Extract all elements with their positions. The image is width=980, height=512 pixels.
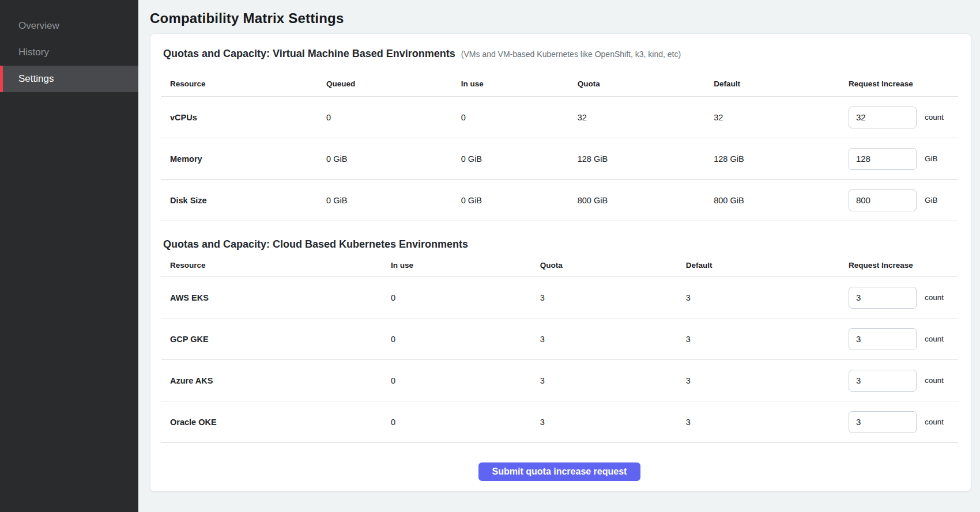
resource-cell: Azure AKS xyxy=(161,360,382,401)
quota-cell: 3 xyxy=(531,360,677,401)
column-header-in-use: In use xyxy=(382,251,531,277)
table-row-oracle-oke: Oracle OKE 0 3 3 count xyxy=(161,401,958,443)
unit-label: count xyxy=(925,335,944,343)
column-header-resource: Resource xyxy=(161,251,382,277)
request-increase-cell: GiB xyxy=(839,180,958,221)
resource-cell: vCPUs xyxy=(161,97,317,138)
table-row-gcp-gke: GCP GKE 0 3 3 count xyxy=(161,318,958,360)
resource-cell: Memory xyxy=(161,138,317,180)
table-row-vcpus: vCPUs 0 0 32 32 count xyxy=(161,97,958,138)
card-footer: Submit quota increase request xyxy=(161,462,958,481)
vm-quota-table: Resource Queued In use Quota Default Req… xyxy=(161,60,958,221)
column-header-request-increase: Request Increase xyxy=(839,60,958,97)
column-header-default: Default xyxy=(677,251,839,277)
request-increase-input-disk-size[interactable] xyxy=(849,189,917,211)
quota-cell: 3 xyxy=(531,401,677,443)
table-row-memory: Memory 0 GiB 0 GiB 128 GiB 128 GiB GiB xyxy=(161,138,958,180)
submit-quota-increase-button[interactable]: Submit quota increase request xyxy=(478,462,641,481)
request-increase-input-aws-eks[interactable] xyxy=(849,287,917,309)
in-use-cell: 0 xyxy=(382,277,531,318)
quota-cell: 3 xyxy=(531,277,677,318)
sidebar-item-history[interactable]: History xyxy=(0,39,138,66)
column-header-resource: Resource xyxy=(161,60,317,97)
sidebar-item-label: Overview xyxy=(18,20,59,32)
quota-cell: 3 xyxy=(531,318,677,360)
queued-cell: 0 GiB xyxy=(317,138,452,180)
vm-section-subtitle: (VMs and VM-based Kubernetes like OpenSh… xyxy=(461,50,681,59)
resource-cell: GCP GKE xyxy=(161,318,382,360)
vm-table-header-row: Resource Queued In use Quota Default Req… xyxy=(161,60,958,97)
in-use-cell: 0 xyxy=(382,360,531,401)
unit-label: count xyxy=(925,113,944,122)
main-content: Compatibility Matrix Settings Quotas and… xyxy=(138,0,980,512)
request-increase-input-gcp-gke[interactable] xyxy=(849,328,917,350)
unit-label: count xyxy=(925,376,944,385)
resource-cell: Disk Size xyxy=(161,180,317,221)
table-row-azure-aks: Azure AKS 0 3 3 count xyxy=(161,360,958,401)
sidebar-nav: Overview History Settings xyxy=(0,13,138,92)
in-use-cell: 0 GiB xyxy=(452,138,568,180)
column-header-quota: Quota xyxy=(531,251,677,277)
resource-cell: Oracle OKE xyxy=(161,401,382,443)
unit-label: count xyxy=(925,293,944,302)
request-increase-cell: count xyxy=(839,401,958,443)
cloud-quota-table: Resource In use Quota Default Request In… xyxy=(161,251,958,443)
default-cell: 3 xyxy=(677,401,839,443)
in-use-cell: 0 xyxy=(382,401,531,443)
request-increase-cell: count xyxy=(839,97,958,138)
request-increase-cell: count xyxy=(839,277,958,318)
column-header-request-increase: Request Increase xyxy=(839,251,958,277)
request-increase-cell: count xyxy=(839,318,958,360)
request-increase-input-azure-aks[interactable] xyxy=(849,370,917,392)
sidebar-item-settings[interactable]: Settings xyxy=(0,66,138,92)
table-row-disk-size: Disk Size 0 GiB 0 GiB 800 GiB 800 GiB Gi… xyxy=(161,180,958,221)
sidebar-item-label: Settings xyxy=(18,73,54,85)
default-cell: 3 xyxy=(677,277,839,318)
unit-label: GiB xyxy=(925,154,938,163)
vm-section-title: Quotas and Capacity: Virtual Machine Bas… xyxy=(163,48,455,60)
settings-card: Quotas and Capacity: Virtual Machine Bas… xyxy=(150,33,971,492)
request-increase-input-vcpus[interactable] xyxy=(849,107,917,128)
sidebar-item-label: History xyxy=(18,47,49,58)
page-title: Compatibility Matrix Settings xyxy=(150,10,971,26)
in-use-cell: 0 GiB xyxy=(452,180,568,221)
vm-section-header: Quotas and Capacity: Virtual Machine Bas… xyxy=(161,34,958,60)
quota-cell: 128 GiB xyxy=(568,138,704,180)
in-use-cell: 0 xyxy=(452,97,568,138)
request-increase-cell: GiB xyxy=(839,138,958,180)
default-cell: 800 GiB xyxy=(704,180,839,221)
request-increase-cell: count xyxy=(839,360,958,401)
column-header-in-use: In use xyxy=(452,60,568,97)
queued-cell: 0 xyxy=(317,97,452,138)
cloud-section-header: Quotas and Capacity: Cloud Based Kuberne… xyxy=(161,221,958,251)
sidebar: Overview History Settings xyxy=(0,0,138,512)
queued-cell: 0 GiB xyxy=(317,180,452,221)
cloud-section-title: Quotas and Capacity: Cloud Based Kuberne… xyxy=(163,238,468,251)
resource-cell: AWS EKS xyxy=(161,277,382,318)
quota-cell: 800 GiB xyxy=(568,180,704,221)
table-row-aws-eks: AWS EKS 0 3 3 count xyxy=(161,277,958,318)
sidebar-item-overview[interactable]: Overview xyxy=(0,13,138,39)
cloud-table-header-row: Resource In use Quota Default Request In… xyxy=(161,251,958,277)
quota-cell: 32 xyxy=(568,97,704,138)
default-cell: 128 GiB xyxy=(704,138,839,180)
column-header-queued: Queued xyxy=(317,60,452,97)
unit-label: count xyxy=(925,418,944,426)
default-cell: 3 xyxy=(677,318,839,360)
request-increase-input-oracle-oke[interactable] xyxy=(849,411,917,433)
unit-label: GiB xyxy=(925,196,938,204)
column-header-default: Default xyxy=(704,60,839,97)
column-header-quota: Quota xyxy=(568,60,704,97)
default-cell: 32 xyxy=(704,97,839,138)
in-use-cell: 0 xyxy=(382,318,531,360)
request-increase-input-memory[interactable] xyxy=(849,148,917,170)
default-cell: 3 xyxy=(677,360,839,401)
